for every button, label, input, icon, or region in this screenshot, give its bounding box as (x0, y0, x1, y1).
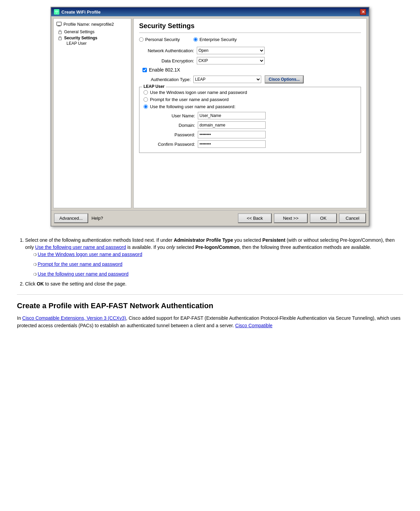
user-name-label: User Name: (150, 113, 198, 118)
auth-method-2: Prompt for the user name and password (33, 261, 403, 268)
lock-icon-security (58, 36, 62, 40)
enable-8021x-checkbox[interactable] (142, 68, 147, 72)
advanced-button[interactable]: Advanced... (54, 213, 88, 223)
password-label: Password: (150, 132, 198, 137)
back-button[interactable]: << Back (238, 213, 272, 223)
password-row: Password: (150, 131, 357, 138)
leap-option3-radio[interactable] (144, 104, 148, 109)
link-use-following-2[interactable]: Use the following user name and password (38, 271, 129, 277)
eap-paragraph: In Cisco Compatible Extensions, Version … (17, 314, 403, 330)
enable-8021x-label: Enable 802.1X (149, 67, 180, 73)
link-cisco-compatible[interactable]: Cisco Compatible (235, 323, 272, 328)
nav-leap-user[interactable]: LEAP User (56, 41, 128, 46)
link-windows-logon[interactable]: Use the Windows logon user name and pass… (38, 252, 142, 257)
leap-option1-row: Use the Windows logon user name and pass… (144, 90, 357, 95)
data-encryption-label: Data Encryption: (139, 58, 197, 63)
dialog-titlebar: Create WiFi Profile ✕ (51, 7, 369, 16)
personal-security-option[interactable]: Personal Security (139, 37, 180, 42)
svg-rect-0 (57, 22, 61, 25)
enterprise-security-label: Enterprise Security (199, 37, 237, 42)
dialog-body: Profile Name: newprofile2 General Settin… (51, 16, 369, 210)
data-encryption-row: Data Encryption: CKIP None WEP (139, 57, 361, 64)
leap-option3-row: Use the following user name and password… (144, 104, 357, 109)
cancel-button[interactable]: Cancel (339, 213, 366, 223)
confirm-password-label: Confirm Password: (150, 142, 198, 147)
link-ccxv3[interactable]: Cisco Compatible Extensions, Version 3 (… (22, 315, 126, 321)
content-area: Select one of the following authenticati… (7, 227, 413, 336)
leap-option2-row: Prompt for the user name and password (144, 97, 357, 102)
personal-security-label: Personal Security (145, 37, 180, 42)
section-title: Security Settings (139, 22, 361, 33)
lock-icon-general (58, 30, 62, 34)
bold-prelogon: Pre-logon/Common (195, 244, 240, 250)
help-label[interactable]: Help? (92, 216, 103, 221)
nav-general-settings[interactable]: General Settings (56, 29, 128, 35)
instructions-list: Select one of the following authenticati… (25, 237, 403, 288)
auth-type-row: Authentication Type: LEAP EAP-FAST PEAP … (139, 75, 361, 83)
svg-rect-4 (59, 38, 61, 40)
enable-8021x-row: Enable 802.1X (139, 67, 361, 73)
titlebar-left: Create WiFi Profile (54, 9, 100, 15)
domain-input[interactable] (198, 121, 266, 129)
user-name-input[interactable] (198, 112, 266, 119)
dialog-footer: Advanced... Help? << Back Next >> OK Can… (51, 210, 369, 226)
auth-method-3: Use the following user name and password (33, 271, 403, 278)
leap-user-group: LEAP User Use the Windows logon user nam… (139, 87, 361, 153)
password-input[interactable] (198, 131, 266, 138)
link-use-following[interactable]: Use the following user name and password (35, 244, 126, 250)
user-name-row: User Name: (150, 112, 357, 119)
auth-methods-list: Use the Windows logon user name and pass… (33, 251, 403, 278)
monitor-icon (56, 21, 62, 27)
cisco-options-button[interactable]: Cisco Options... (265, 75, 304, 83)
auth-type-label: Authentication Type: (139, 77, 193, 82)
wifi-icon (54, 9, 59, 15)
leap-option1-radio[interactable] (144, 90, 148, 95)
italic-only: only (166, 244, 175, 250)
right-panel: Security Settings Personal Security Ente… (133, 18, 367, 208)
instruction-item-2: Click OK to save the setting and close t… (25, 280, 403, 288)
leap-option1-label: Use the Windows logon user name and pass… (150, 90, 247, 95)
leap-option2-label: Prompt for the user name and password (150, 97, 229, 102)
page-wrapper: Create WiFi Profile ✕ Profile Name: newp… (0, 0, 420, 343)
network-auth-select[interactable]: Open Shared WPA (197, 47, 265, 54)
domain-label: Domain: (150, 123, 198, 128)
footer-right: << Back Next >> OK Cancel (238, 213, 366, 223)
auth-method-1: Use the Windows logon user name and pass… (33, 251, 403, 258)
divider (17, 294, 403, 295)
eap-section-heading: Create a Profile with EAP-FAST Network A… (17, 301, 403, 310)
domain-row: Domain: (150, 121, 357, 129)
nav-security-settings[interactable]: Security Settings (56, 35, 128, 41)
leap-option2-radio[interactable] (144, 97, 148, 102)
nav-general-label: General Settings (64, 30, 94, 34)
leap-group-legend: LEAP User (142, 84, 166, 89)
personal-security-radio[interactable] (139, 37, 144, 42)
next-button[interactable]: Next >> (274, 213, 308, 223)
confirm-password-row: Confirm Password: (150, 140, 357, 148)
bold-admin-profile: Administrator Profile Type (174, 237, 233, 243)
link-prompt[interactable]: Prompt for the user name and password (38, 261, 122, 267)
svg-rect-3 (59, 32, 61, 34)
profile-name: Profile Name: newprofile2 (56, 21, 128, 27)
nav-leap-label: LEAP User (66, 41, 87, 46)
dialog: Create WiFi Profile ✕ Profile Name: newp… (51, 7, 369, 227)
nav-security-label: Security Settings (64, 36, 97, 40)
bold-persistent: Persistent (262, 237, 285, 243)
instruction-item-1: Select one of the following authenticati… (25, 237, 403, 278)
close-button[interactable]: ✕ (360, 9, 366, 15)
confirm-password-input[interactable] (198, 140, 266, 148)
ok-button[interactable]: OK (310, 213, 337, 223)
security-tabs: Personal Security Enterprise Security (139, 37, 361, 42)
enterprise-security-radio[interactable] (193, 37, 198, 42)
enterprise-security-option[interactable]: Enterprise Security (193, 37, 237, 42)
data-encryption-select[interactable]: CKIP None WEP (197, 57, 265, 64)
network-auth-row: Network Authentication: Open Shared WPA (139, 47, 361, 54)
network-auth-label: Network Authentication: (139, 48, 197, 53)
footer-left: Advanced... Help? (54, 213, 103, 223)
left-nav: Profile Name: newprofile2 General Settin… (53, 18, 131, 208)
bold-ok: OK (37, 281, 44, 287)
dialog-title: Create WiFi Profile (61, 9, 100, 15)
auth-type-select[interactable]: LEAP EAP-FAST PEAP (193, 76, 261, 83)
user-fields: User Name: Domain: Password: Confir (144, 112, 357, 148)
leap-option3-label: Use the following user name and password… (150, 104, 235, 109)
profile-name-text: Profile Name: newprofile2 (63, 22, 114, 27)
